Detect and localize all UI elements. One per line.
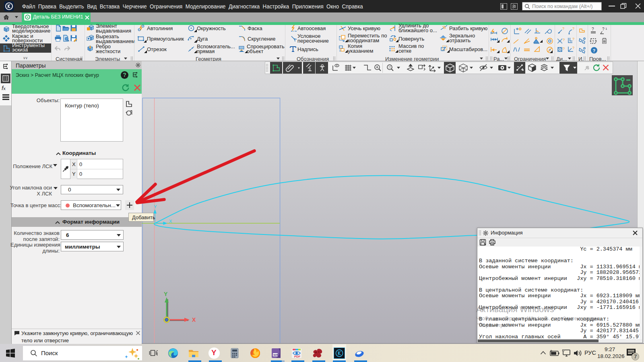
- svg-text:?: ?: [602, 27, 605, 31]
- svg-text:?: ?: [563, 38, 565, 42]
- svg-text:?: ?: [592, 39, 594, 43]
- svg-text:?: ?: [572, 27, 574, 31]
- svg-text:?: ?: [572, 46, 574, 50]
- svg-text:WЯ: WЯ: [273, 354, 278, 356]
- svg-text:?: ?: [563, 47, 565, 51]
- svg-text:PDF: PDF: [294, 355, 300, 358]
- svg-text:Y: Y: [164, 291, 168, 297]
- svg-text:?: ?: [593, 48, 596, 53]
- svg-text:X: X: [169, 219, 172, 224]
- svg-text:?: ?: [592, 27, 594, 31]
- svg-text:1: 1: [605, 27, 607, 31]
- svg-text:?: ?: [562, 27, 564, 31]
- svg-text:X: X: [192, 317, 196, 323]
- svg-text:?: ?: [572, 37, 574, 41]
